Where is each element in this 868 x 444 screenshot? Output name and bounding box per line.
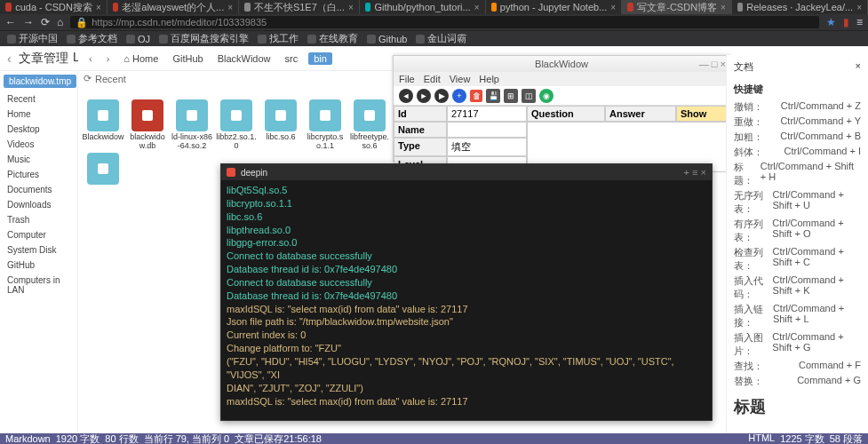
th-id: Id [394,106,447,122]
close-icon[interactable]: × [610,3,616,12]
fm-back-icon[interactable]: ‹ [85,53,96,64]
close-icon[interactable]: × [856,60,861,74]
file-item[interactable]: ld-linux-x86-64.so.2 [171,99,213,151]
sidebar-item[interactable]: Documents [0,182,77,197]
term-line: Change platform to: "FZU" [227,342,706,355]
menu-edit[interactable]: Edit [424,74,441,84]
tab-5[interactable]: 写文章-CSDN博客× [622,0,732,14]
save-icon[interactable]: 💾 [486,89,500,103]
terminal-output[interactable]: libQt5Sql.so.5libcrypto.so.1.1libc.so.6l… [221,180,712,411]
term-line: ("FZU", "HDU", "HI54", "LUOGU", "LYDSY",… [227,355,706,382]
fm-recent[interactable]: ⟳Recent [84,73,126,84]
star-icon[interactable]: ★ [826,16,836,28]
sidebar-item[interactable]: Desktop [0,122,77,137]
add-icon[interactable]: + [452,89,466,103]
delete-icon[interactable]: 🗑 [470,90,482,102]
bw-titlebar[interactable]: BlackWidow— □ × [394,56,729,72]
nav-fwd-icon[interactable]: ▶ [434,89,449,103]
bookmark-item[interactable]: Github [367,34,407,44]
sidebar-item[interactable]: Home [0,107,77,122]
th-show[interactable]: Show [676,106,729,122]
file-icon [309,99,341,131]
file-item[interactable]: libcrypto.so.1.1 [304,99,346,151]
back-icon[interactable]: ‹ [7,52,12,66]
grid-icon[interactable]: ◫ [522,89,536,103]
sidebar-item[interactable]: Trash [0,212,77,227]
file-label: blackwidow.db [126,133,169,151]
file-item[interactable]: Blackwidow [82,99,124,151]
sidebar-item[interactable]: Recent [0,91,77,107]
close-icon[interactable]: × [227,3,233,12]
file-item[interactable]: libbz2.so.1.0 [215,99,258,151]
term-line: Connect to database successfully [227,276,706,289]
fm-crumb[interactable]: BlackWidow [214,53,275,64]
sidebar-item[interactable]: System Disk [0,242,77,258]
forward-icon[interactable]: → [23,16,34,28]
fm-crumb[interactable]: GitHub [169,53,206,64]
sidebar-item[interactable]: Videos [0,137,77,152]
menu-file[interactable]: File [399,74,415,84]
sidebar-item[interactable]: Music [0,152,77,167]
term-add-icon[interactable]: + ≡ × [684,167,706,178]
menu-view[interactable]: View [450,74,471,84]
go-icon[interactable]: ◉ [539,89,553,103]
address-bar[interactable]: 🔒https://mp.csdn.net/mdeditor/103339835 [70,16,819,28]
file-label: libfreetype.so.6 [348,133,391,151]
close-icon[interactable]: × [96,3,101,12]
tab-2[interactable]: 不生不快S1E7（白...× [239,0,360,14]
blackwidow-window[interactable]: BlackWidow— □ × File Edit View Help ◄ ► … [393,55,730,162]
bw-menubar: File Edit View Help [394,72,729,86]
db-icon[interactable]: ⊞ [504,89,518,103]
bookmark-item[interactable]: 金山词霸 [416,32,466,45]
sidebar-item[interactable]: Computer [0,227,77,242]
close-icon[interactable]: — □ × [699,59,726,69]
close-icon[interactable]: × [721,3,726,12]
fm-crumb-home[interactable]: ⌂ Home [120,53,162,64]
td-name[interactable] [447,122,527,138]
term-titlebar[interactable]: deepin + ≡ × [221,164,712,180]
fm-fwd-icon[interactable]: › [103,53,114,64]
fm-crumb-current[interactable]: bin [308,52,332,65]
menu-help[interactable]: Help [479,74,499,84]
ext-icon[interactable]: ▮ [843,16,849,28]
file-item[interactable]: libfreetype.so.6 [348,99,391,151]
bookmark-item[interactable]: 找工作 [258,32,299,45]
breadcrumb[interactable]: blackwidow.tmp [4,75,76,88]
file-label: libcrypto.so.1.1 [304,133,346,151]
file-item[interactable]: blackwidow.db [126,99,169,151]
menu-icon[interactable]: ≡ [856,16,863,28]
sidebar-item[interactable]: GitHub [0,258,77,273]
tab-4[interactable]: python - Jupyter Noteb...× [486,0,623,14]
close-icon[interactable]: × [856,3,862,12]
reload-icon[interactable]: ⟳ [41,16,50,28]
bookmark-item[interactable]: 在线教育 [307,32,358,45]
close-icon[interactable]: × [474,3,480,12]
sidebar-item[interactable]: Computers in LAN [0,273,77,297]
tab-0[interactable]: cuda - CSDN搜索× [0,0,108,14]
td-type[interactable]: 填空 [447,138,527,156]
back-icon[interactable]: ← [5,16,16,28]
fm-crumb[interactable]: src [282,53,302,64]
home-icon[interactable]: ⌂ [57,16,63,28]
nav-right-icon[interactable]: ► [417,89,431,103]
file-item[interactable]: libc.so.6 [259,99,302,151]
terminal-window[interactable]: deepin + ≡ × libQt5Sql.so.5libcrypto.so.… [220,163,713,421]
tab-1[interactable]: 老湿alwayswet的个人...× [108,0,239,14]
bw-toolbar: ◄ ► ▶ + 🗑 💾 ⊞ ◫ ◉ [394,86,729,106]
bookmark-item[interactable]: 开源中国 [7,32,58,45]
td-id[interactable]: 27117 [447,106,527,122]
shortcut-row: 加粗：Ctrl/Command + B [727,130,868,145]
term-line: DIAN", "ZJUT", "ZOJ", "ZZULI") [227,382,706,395]
sidebar-item[interactable]: Downloads [0,197,77,212]
shortcuts-heading: 快捷键 [727,79,868,99]
bookmark-item[interactable]: 参考文档 [67,32,117,45]
file-sidebar: blackwidow.tmp Recent Home Desktop Video… [0,46,78,435]
tab-3[interactable]: Github/python_tutori...× [360,0,486,14]
file-item[interactable] [82,153,124,186]
bookmark-item[interactable]: OJ [126,34,150,44]
tab-6[interactable]: Releases · JackeyLea/...× [732,0,868,14]
sidebar-item[interactable]: Pictures [0,167,77,182]
nav-left-icon[interactable]: ◄ [399,89,413,103]
close-icon[interactable]: × [348,3,354,12]
bookmark-item[interactable]: 百度网盘搜索引擎 [159,32,249,45]
